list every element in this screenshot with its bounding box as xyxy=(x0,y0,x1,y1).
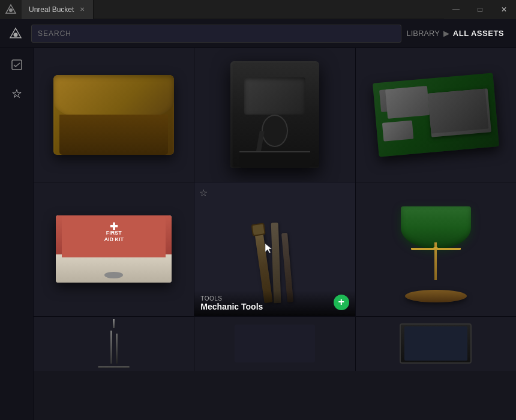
minimize-button[interactable]: — xyxy=(444,0,468,19)
coffee-machine-visual xyxy=(230,61,319,168)
title-bar-tab[interactable]: Unreal Bucket ✕ xyxy=(22,0,94,19)
tablet-visual xyxy=(400,323,472,364)
restore-button[interactable]: □ xyxy=(468,0,492,19)
asset-cell-bread-box[interactable] xyxy=(34,48,194,182)
app-logo xyxy=(0,0,22,19)
asset-cell-mechanic-tools[interactable]: ☆ Tools Mechanic Tools + xyxy=(194,182,355,316)
svg-rect-4 xyxy=(12,60,22,70)
grid-area[interactable]: ✚ FIRSTAID KIT ☆ xyxy=(34,48,516,420)
title-bar-controls: — □ ✕ xyxy=(444,0,516,19)
antenna-base xyxy=(98,366,130,368)
nav-logo-button[interactable] xyxy=(5,23,26,44)
breadcrumb-current: ALL ASSETS xyxy=(453,29,504,38)
search-box[interactable] xyxy=(31,25,401,43)
breadcrumb: LIBRARY ▶ ALL ASSETS xyxy=(406,29,511,38)
asset-cell-coffee-machine[interactable] xyxy=(194,48,355,182)
tab-close-button[interactable]: ✕ xyxy=(79,6,86,13)
mechanic-tools-visual xyxy=(218,196,331,302)
svg-point-3 xyxy=(14,32,18,37)
asset-cell-first-aid[interactable]: ✚ FIRSTAID KIT xyxy=(34,182,194,316)
first-aid-visual: ✚ FIRSTAID KIT xyxy=(56,215,171,282)
asset-cell-banker-lamp[interactable] xyxy=(356,182,516,316)
asset-cell-partial-3[interactable] xyxy=(356,317,516,371)
antenna-stick xyxy=(113,319,115,328)
asset-title-label: Mechanic Tools xyxy=(200,302,349,311)
search-input[interactable] xyxy=(38,29,395,38)
banker-lamp-visual xyxy=(392,196,480,302)
breadcrumb-library[interactable]: LIBRARY xyxy=(406,29,439,38)
breadcrumb-arrow: ▶ xyxy=(443,29,449,38)
title-bar: Unreal Bucket ✕ — □ ✕ xyxy=(0,0,516,19)
close-button[interactable]: ✕ xyxy=(492,0,516,19)
bread-box-visual xyxy=(53,75,173,155)
circuit-board-visual xyxy=(373,73,499,157)
partial-asset-2 xyxy=(235,325,315,362)
asset-cell-circuit-board[interactable] xyxy=(356,48,516,182)
antenna-visual xyxy=(82,319,146,368)
star-button[interactable]: ☆ xyxy=(199,187,208,199)
asset-cell-partial-2[interactable] xyxy=(194,317,355,371)
sidebar-item-checklist[interactable] xyxy=(7,55,26,74)
sidebar: ☆ xyxy=(0,48,34,420)
asset-hover-overlay: Tools Mechanic Tools + xyxy=(194,290,355,316)
asset-cell-partial-1[interactable] xyxy=(34,317,194,371)
lamp-base xyxy=(405,290,467,302)
assets-grid: ✚ FIRSTAID KIT ☆ xyxy=(34,48,516,371)
add-asset-button[interactable]: + xyxy=(334,295,349,310)
main-layout: ☆ xyxy=(0,48,516,420)
asset-category-label: Tools xyxy=(200,295,349,302)
nav-bar: LIBRARY ▶ ALL ASSETS xyxy=(0,19,516,48)
title-bar-left: Unreal Bucket ✕ xyxy=(0,0,94,19)
svg-point-1 xyxy=(9,8,13,12)
tab-title: Unreal Bucket xyxy=(29,5,74,14)
sidebar-item-favorites[interactable]: ☆ xyxy=(7,84,26,103)
